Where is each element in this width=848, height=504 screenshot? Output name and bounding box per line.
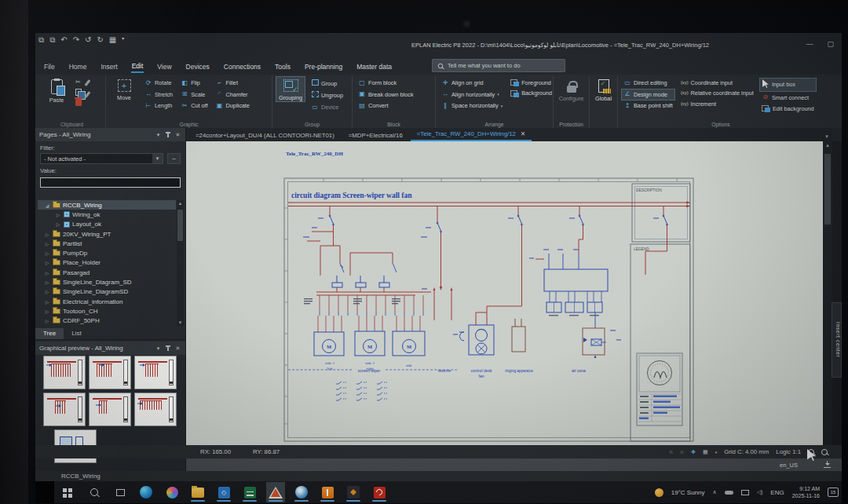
speaker-icon[interactable]: ◁) [757,489,763,495]
task-view-button[interactable] [111,482,130,502]
insert-mode-icon[interactable]: ∩ [669,449,673,455]
caret-icon[interactable]: ▷ [55,221,61,227]
grid-icon[interactable]: ▦ [703,449,708,455]
taskbar-search-button[interactable] [85,482,104,502]
menu-connections[interactable]: Connections [223,61,261,72]
zoom-out-icon[interactable] [821,449,828,455]
orange-doc-app[interactable] [318,482,337,502]
undo-icon[interactable]: ↶ [60,35,67,45]
tree-item-20kv-wiring-pt[interactable]: ▷20KV_Wiring_PT [38,229,176,239]
cut-icon[interactable]: ✂ [75,79,82,86]
chamfer-button[interactable]: ◜Chamfer [214,89,251,99]
tree-item-electrical-information[interactable]: ▷Electrical_information [38,297,176,306]
scroll-up-icon[interactable]: ▲ [177,201,184,206]
scroll-down-icon[interactable]: ▼ [177,320,184,325]
open-icon[interactable]: ⧉ [49,35,55,45]
edit-background-button[interactable]: Edit background [760,104,816,113]
maximize-button[interactable]: ▢ [827,40,834,48]
cloud-icon[interactable] [725,491,733,495]
menu-devices[interactable]: Devices [185,61,210,72]
panel-close-icon[interactable]: ✕ [174,345,181,352]
start-button[interactable] [59,482,78,502]
tree-item-partlist[interactable]: ▷Partlist [38,239,176,248]
tab-close-icon[interactable]: ✕ [521,130,526,137]
duplicate-button[interactable]: ▣Duplicate [214,101,251,111]
design-mode-button[interactable]: ∠Design mode [622,89,674,99]
display-icon[interactable] [741,490,749,495]
blue-tile-app[interactable]: ◇ [214,482,233,502]
input-box-button[interactable]: Input box [760,79,816,91]
length-button[interactable]: ⊢Length [143,101,174,111]
preview-thumbnail[interactable] [134,356,177,389]
filter-combo[interactable]: - Not activated - ▼ [40,153,163,164]
tree-item-wiring-ok[interactable]: ▷Wiring_ok [38,210,176,219]
doc-tab-mdp-electrical[interactable]: =MDP+Electrical/16 [342,130,409,141]
value-input[interactable] [40,177,181,188]
caret-icon[interactable]: ▷ [44,309,50,314]
ungroup-button[interactable]: Ungroup [309,90,345,100]
copilot-app[interactable] [163,482,181,502]
form-block-button[interactable]: ▢Form block [356,79,415,88]
preview-thumbnail[interactable] [134,393,177,426]
stretch-button[interactable]: ↔Stretch [143,89,174,99]
fillet-button[interactable]: ⌐Fillet [214,79,251,88]
clock[interactable]: 9:12 AM 2025-11-16 [792,485,820,500]
align-horizontally-button[interactable]: ↔Align horizontally▾ [440,89,504,99]
tree-item-singleline-diagram-sd[interactable]: ▷SingleLine_Diagram_SD [38,277,176,287]
drawing-canvas[interactable]: Tele_Trac_RW_240_DH circuit diagram Scre… [186,141,823,445]
convert-button[interactable]: ▤Convert [356,101,415,111]
panel-pin-icon[interactable] [167,345,169,351]
menu-file[interactable]: File [43,61,56,72]
coordinate-input-button[interactable]: (xy)Coordinate input [679,79,755,87]
qa-dropdown-icon[interactable]: ▾ [122,35,124,45]
edge-app[interactable] [137,482,155,502]
notification-center-button[interactable]: 15 [828,488,839,497]
panel-close-icon[interactable]: ✕ [174,132,181,138]
smart-connect-button[interactable]: ⊘Smart connect [760,93,816,102]
panel-dropdown-icon[interactable]: ▾ [155,345,162,352]
doc-tab-tele-trac-active[interactable]: =Tele_Trac_RW_240_DH+Wiring/12✕ [411,128,532,141]
global-button[interactable]: Global [594,77,613,102]
redo-icon[interactable]: ↷ [73,35,79,45]
delete-icon[interactable] [75,99,82,106]
new-page-icon[interactable]: ⧉ [38,35,44,45]
configure-button[interactable]: Configure [557,77,585,102]
canvas-vertical-scrollbar[interactable]: ▲ [823,141,832,445]
snap-icon[interactable]: ✚ [691,449,696,455]
tab-scroll-icon[interactable]: ▼ [821,134,832,141]
flip-button[interactable]: ◧Flip [179,79,209,88]
panel-pin-icon[interactable] [167,132,169,137]
scale-button[interactable]: ⊞Scale [179,89,209,99]
globe-app[interactable] [292,482,311,502]
acrobat-app[interactable] [370,482,389,502]
menu-tools[interactable]: Tools [274,61,291,72]
schematic-canvas[interactable]: Tele_Trac_RW_240_DH circuit diagram Scre… [186,141,823,445]
weather-label[interactable]: 19°C Sunny [671,489,705,496]
caret-icon[interactable]: ▷ [44,241,50,247]
preview-thumbnail[interactable] [43,393,86,426]
filter-more-button[interactable]: – [167,153,181,164]
caret-icon[interactable]: ▷ [44,299,50,305]
tree-item-pumpdp[interactable]: ▷PumpDp [38,248,176,257]
scroll-thumb[interactable] [824,154,831,225]
tree-item-rccb-wiring[interactable]: ◢RCCB_Wiring [38,200,176,210]
increment-button[interactable]: (xy)Increment [679,100,755,108]
menu-insert[interactable]: Insert [100,61,118,72]
tree-item-singleline-diagramsd[interactable]: ▷SingleLine_DiagramSD [38,287,176,297]
insert-mode2-icon[interactable]: ∩ [680,449,684,455]
caret-icon[interactable]: ▷ [44,318,50,323]
tree-item-tootoon-ch[interactable]: ▷Tootoon_CH [38,306,176,316]
tab-list[interactable]: List [64,328,89,339]
excel-app[interactable] [240,482,259,502]
menu-master-data[interactable]: Master data [356,61,393,72]
caret-icon[interactable]: ▷ [44,260,50,265]
caret-icon[interactable]: ▷ [44,232,50,237]
device-button[interactable]: ▭Device [309,103,345,112]
window-icon[interactable]: ▦ [109,35,116,45]
grouping-button[interactable]: Grouping [276,77,305,101]
format-brush-icon[interactable] [85,79,91,86]
rotate-button[interactable]: ⟳Rotate [143,79,174,88]
tell-me-search[interactable] [432,59,565,72]
search-input[interactable] [448,62,557,69]
copy-icon[interactable] [75,89,82,96]
